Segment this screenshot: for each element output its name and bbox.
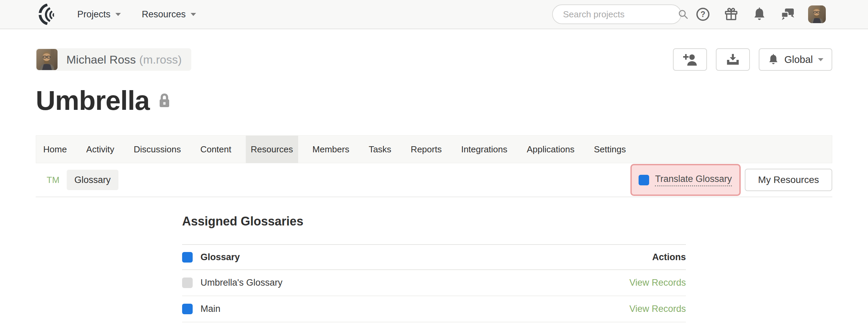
view-records-link[interactable]: View Records — [629, 278, 686, 288]
user-avatar[interactable] — [808, 5, 826, 23]
invite-user-button[interactable] — [673, 48, 707, 71]
chevron-down-icon — [818, 58, 823, 61]
global-dropdown-label: Global — [784, 54, 813, 65]
top-bar-right: ? — [552, 4, 826, 24]
tab-members[interactable]: Members — [307, 136, 354, 163]
owner-avatar — [36, 49, 58, 70]
nav-projects-label: Projects — [77, 9, 111, 20]
tab-applications[interactable]: Applications — [522, 136, 580, 163]
glossaries-section: Assigned Glossaries Glossary Actions Umb… — [182, 214, 686, 322]
table-row: Main View Records — [182, 296, 686, 322]
messages-icon[interactable] — [780, 7, 796, 21]
name-column-header: Glossary — [200, 252, 652, 263]
glossary-name: Umbrella's Glossary — [200, 278, 629, 288]
project-tab-bar: Home Activity Discussions Content Resour… — [36, 135, 832, 163]
download-tray-icon — [725, 53, 740, 66]
check-icon — [184, 255, 191, 260]
subnav-tm-link[interactable]: TM — [47, 175, 60, 185]
page-container: Michael Ross (m.ross) — [36, 48, 832, 322]
translate-glossary-label[interactable]: Translate Glossary — [655, 174, 732, 186]
top-nav: Projects Resources — [77, 9, 196, 20]
tab-activity[interactable]: Activity — [81, 136, 119, 163]
translate-glossary-checkbox[interactable] — [639, 175, 649, 185]
row-checkbox-disabled — [182, 278, 193, 288]
gift-icon[interactable] — [724, 7, 739, 22]
owner-profile-chip[interactable]: Michael Ross (m.ross) — [36, 48, 191, 71]
row-checkbox[interactable] — [182, 304, 193, 314]
project-title: Umbrella — [36, 85, 149, 116]
table-header-row: Glossary Actions — [182, 245, 686, 270]
search-icon[interactable] — [678, 9, 689, 20]
bell-icon — [768, 53, 779, 66]
owner-handle: (m.ross) — [139, 53, 182, 66]
page-head: Michael Ross (m.ross) — [36, 48, 832, 71]
table-row: Umbrella's Glossary View Records — [182, 270, 686, 296]
tab-tasks[interactable]: Tasks — [364, 136, 396, 163]
page-action-buttons: Global — [673, 48, 832, 71]
chevron-down-icon — [115, 13, 121, 16]
actions-column-header: Actions — [652, 252, 686, 263]
tab-home[interactable]: Home — [38, 136, 72, 163]
app-logo-icon[interactable] — [36, 4, 59, 25]
tab-content[interactable]: Content — [195, 136, 236, 163]
section-title: Assigned Glossaries — [182, 214, 686, 229]
help-icon[interactable]: ? — [696, 7, 710, 21]
glossaries-table: Glossary Actions Umbrella's Glossary Vie… — [182, 244, 686, 322]
lock-icon — [158, 93, 171, 108]
subnav-glossary-tab[interactable]: Glossary — [67, 170, 119, 190]
project-title-row: Umbrella — [36, 85, 832, 116]
top-bar: Projects Resources ? — [0, 0, 868, 29]
check-icon — [184, 306, 191, 312]
nav-resources-label: Resources — [142, 9, 186, 20]
search-input[interactable] — [562, 9, 678, 20]
tab-settings[interactable]: Settings — [589, 136, 631, 163]
add-user-icon — [682, 53, 698, 66]
tab-discussions[interactable]: Discussions — [129, 136, 186, 163]
svg-text:?: ? — [701, 10, 705, 19]
nav-resources-menu[interactable]: Resources — [142, 9, 196, 20]
check-icon — [641, 178, 647, 183]
search-box[interactable] — [552, 4, 681, 24]
owner-name: Michael Ross — [66, 53, 136, 66]
nav-projects-menu[interactable]: Projects — [77, 9, 121, 20]
download-button[interactable] — [716, 48, 750, 71]
bell-icon[interactable] — [752, 7, 767, 22]
resources-subnav: TM Glossary Translate Glossary My Resour… — [36, 163, 832, 197]
translate-glossary-highlight: Translate Glossary — [630, 164, 741, 196]
global-dropdown-button[interactable]: Global — [759, 48, 832, 71]
tab-resources[interactable]: Resources — [246, 136, 298, 163]
my-resources-button[interactable]: My Resources — [745, 169, 832, 191]
glossary-name: Main — [200, 304, 629, 314]
tab-integrations[interactable]: Integrations — [456, 136, 513, 163]
tab-reports[interactable]: Reports — [406, 136, 447, 163]
chevron-down-icon — [191, 13, 196, 16]
check-icon — [184, 280, 191, 285]
select-all-checkbox[interactable] — [182, 252, 193, 263]
view-records-link[interactable]: View Records — [629, 304, 686, 314]
